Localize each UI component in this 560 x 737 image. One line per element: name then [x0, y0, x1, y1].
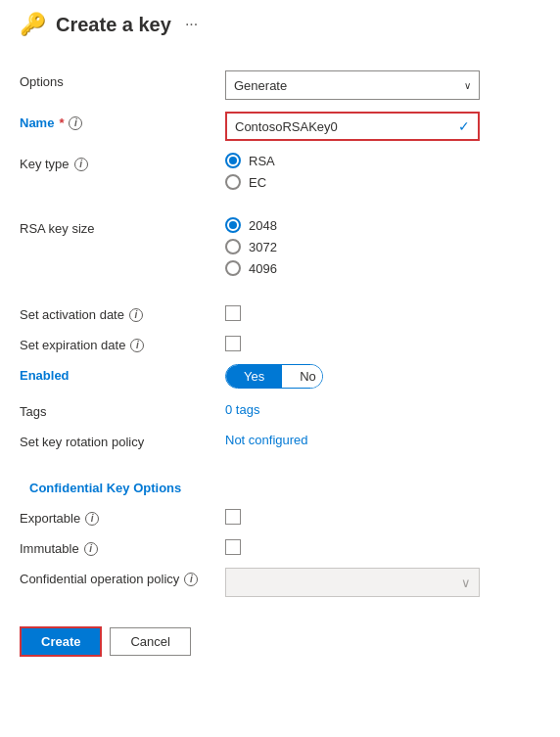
expiration-info-icon[interactable]: i	[130, 339, 144, 352]
immutable-info-icon[interactable]: i	[84, 542, 98, 556]
name-info-icon[interactable]: i	[69, 116, 82, 130]
tags-row: Tags 0 tags	[20, 394, 540, 425]
size-2048-label: 2048	[249, 218, 277, 233]
enabled-toggle[interactable]: Yes No	[225, 364, 323, 389]
size-4096-label: 4096	[249, 261, 277, 276]
confidential-operation-info-icon[interactable]: i	[184, 573, 198, 586]
name-label-group: Name * i	[20, 115, 215, 130]
size-4096-radio[interactable]	[225, 260, 241, 276]
expiration-label-group: Set expiration date i	[20, 338, 215, 352]
confidential-operation-label-group: Confidential operation policy i	[20, 572, 215, 586]
chevron-down-icon: ∨	[464, 80, 471, 91]
activation-label-group: Set activation date i	[20, 307, 215, 322]
options-row: Options Generate ∨	[20, 65, 540, 106]
confidential-operation-dropdown[interactable]: ∨	[225, 568, 480, 597]
name-check-icon: ✓	[458, 118, 470, 134]
name-row: Name * i ✓	[20, 106, 540, 147]
tags-label: Tags	[20, 404, 46, 419]
confidential-section-label: Confidential Key Options	[29, 469, 181, 499]
more-options-icon[interactable]: ···	[185, 16, 198, 33]
name-input-wrapper[interactable]: ✓	[225, 112, 480, 141]
enabled-row: Enabled Yes No	[20, 358, 540, 394]
toggle-no-button[interactable]: No	[282, 365, 323, 388]
key-type-ec[interactable]: EC	[225, 174, 540, 190]
ec-radio-button[interactable]	[225, 174, 241, 190]
confidential-section-row: Confidential Key Options	[20, 471, 540, 501]
activation-info-icon[interactable]: i	[129, 308, 143, 322]
confidential-operation-chevron-icon: ∨	[461, 576, 471, 590]
footer-buttons: Create Cancel	[20, 626, 540, 657]
key-size-2048[interactable]: 2048	[225, 217, 540, 233]
expiration-date-label: Set expiration date	[20, 338, 125, 352]
page-container: 🔑 Create a key ··· Options Generate ∨	[0, 0, 560, 676]
confidential-operation-row: Confidential operation policy i ∨	[20, 562, 540, 603]
key-type-row: Key type i RSA EC	[20, 147, 540, 196]
exportable-info-icon[interactable]: i	[85, 512, 99, 526]
immutable-row: Immutable i	[20, 531, 540, 562]
name-input[interactable]	[235, 119, 450, 134]
form-table: Options Generate ∨ Name * i	[20, 65, 540, 603]
rsa-label: RSA	[249, 154, 275, 168]
rotation-policy-row: Set key rotation policy Not configured	[20, 425, 540, 455]
immutable-label: Immutable	[20, 541, 79, 556]
key-type-label-group: Key type i	[20, 157, 215, 171]
rsa-key-size-row: RSA key size 2048 3072	[20, 211, 540, 282]
enabled-label: Enabled	[20, 368, 70, 383]
key-icon: 🔑	[20, 12, 46, 37]
tags-link[interactable]: 0 tags	[225, 402, 259, 417]
create-button[interactable]: Create	[20, 626, 102, 657]
rsa-radio-button[interactable]	[225, 153, 241, 168]
cancel-button[interactable]: Cancel	[110, 627, 190, 656]
immutable-checkbox[interactable]	[225, 539, 241, 555]
expiration-date-checkbox[interactable]	[225, 336, 241, 351]
rsa-key-size-radio-group: 2048 3072 4096	[225, 217, 540, 276]
exportable-row: Exportable i	[20, 501, 540, 531]
toggle-yes-button[interactable]: Yes	[226, 365, 282, 388]
key-size-4096[interactable]: 4096	[225, 260, 540, 276]
size-2048-radio[interactable]	[225, 217, 241, 233]
ec-label: EC	[249, 175, 266, 190]
name-label: Name	[20, 115, 54, 130]
key-type-label: Key type	[20, 157, 70, 171]
exportable-label-group: Exportable i	[20, 511, 215, 526]
key-type-radio-group: RSA EC	[225, 153, 540, 190]
options-label: Options	[20, 74, 64, 89]
key-type-rsa[interactable]: RSA	[225, 153, 540, 168]
size-3072-radio[interactable]	[225, 239, 241, 254]
rotation-policy-link[interactable]: Not configured	[225, 433, 308, 447]
expiration-date-row: Set expiration date i	[20, 328, 540, 358]
confidential-operation-label: Confidential operation policy	[20, 572, 179, 586]
rotation-policy-label: Set key rotation policy	[20, 435, 144, 449]
name-required-marker: *	[59, 115, 64, 130]
exportable-label: Exportable	[20, 511, 80, 526]
options-dropdown[interactable]: Generate ∨	[225, 70, 480, 100]
page-title: Create a key	[56, 14, 171, 36]
exportable-checkbox[interactable]	[225, 509, 241, 525]
immutable-label-group: Immutable i	[20, 541, 215, 556]
key-size-3072[interactable]: 3072	[225, 239, 540, 254]
key-type-info-icon[interactable]: i	[74, 158, 88, 171]
activation-date-checkbox[interactable]	[225, 305, 241, 321]
size-3072-label: 3072	[249, 240, 277, 254]
activation-date-row: Set activation date i	[20, 298, 540, 328]
rsa-key-size-label: RSA key size	[20, 221, 95, 236]
activation-date-label: Set activation date	[20, 307, 124, 322]
page-header: 🔑 Create a key ···	[20, 12, 540, 41]
options-value: Generate	[234, 78, 287, 93]
